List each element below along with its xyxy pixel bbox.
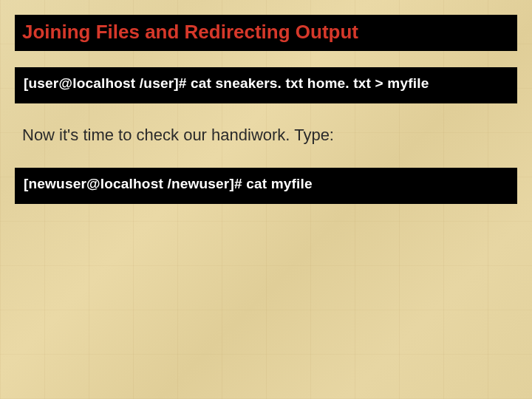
terminal-prompt-1: [user@localhost /user]# (24, 75, 187, 91)
body-text-1-content: Now it's time to check our handiwork. Ty… (22, 126, 334, 144)
terminal-block-2: [newuser@localhost /newuser]# cat myfile (15, 168, 517, 204)
terminal-command-1: cat sneakers. txt home. txt > myfile (191, 75, 429, 91)
terminal-prompt-2: [newuser@localhost /newuser]# (24, 176, 242, 191)
body-text-1: Now it's time to check our handiwork. Ty… (15, 124, 517, 146)
slide: Joining Files and Redirecting Output [us… (0, 0, 532, 399)
slide-title-bar: Joining Files and Redirecting Output (15, 15, 517, 51)
terminal-block-1: [user@localhost /user]# cat sneakers. tx… (15, 67, 517, 103)
slide-title: Joining Files and Redirecting Output (22, 21, 358, 43)
terminal-command-2: cat myfile (246, 176, 313, 191)
